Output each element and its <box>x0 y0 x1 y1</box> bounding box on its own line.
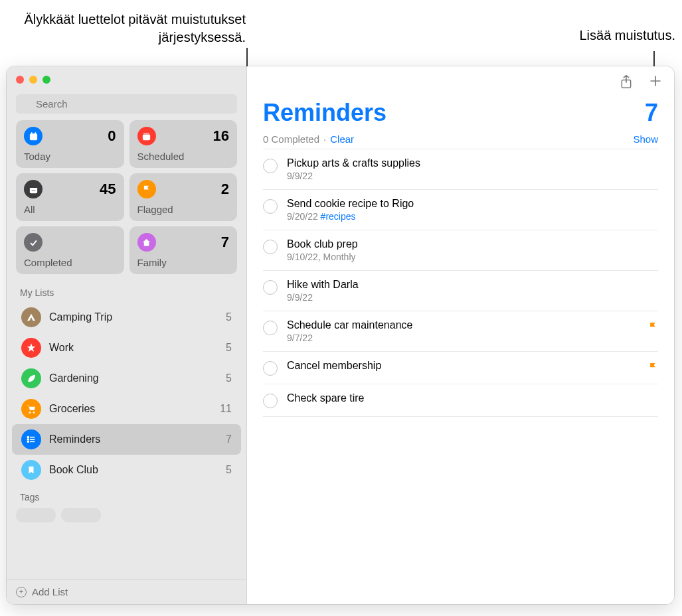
smart-card-flagged[interactable]: 2 Flagged <box>129 173 238 221</box>
list-row-work[interactable]: Work 5 <box>12 333 241 363</box>
reminder-row[interactable]: Schedule car maintenance 9/7/22 <box>263 311 658 352</box>
reminder-subtitle: 9/7/22 <box>287 333 643 343</box>
smart-card-today[interactable]: 0 Today <box>16 120 124 168</box>
list-count: 7 <box>226 433 232 445</box>
reminder-title: Pickup arts & crafts supplies <box>287 157 658 169</box>
list-row-gardening[interactable]: Gardening 5 <box>12 363 241 394</box>
add-reminder-button[interactable] <box>649 74 662 92</box>
reminder-title: Schedule car maintenance <box>287 319 643 331</box>
reminder-checkbox[interactable] <box>263 240 278 254</box>
reminder-checkbox[interactable] <box>263 199 278 214</box>
reminder-row[interactable]: Hike with Darla 9/9/22 <box>263 271 658 311</box>
search-input[interactable] <box>16 94 237 114</box>
star-icon <box>21 338 41 358</box>
toolbar <box>247 66 674 95</box>
reminder-checkbox[interactable] <box>263 361 278 376</box>
flag-icon <box>648 362 658 374</box>
list-count: 11 <box>220 403 232 415</box>
smart-count: 0 <box>108 127 116 145</box>
leaf-icon <box>21 368 41 388</box>
plus-icon: + <box>16 587 27 597</box>
flag-icon <box>137 180 156 198</box>
house-icon <box>137 233 156 252</box>
smart-label: Completed <box>24 257 116 268</box>
show-button[interactable]: Show <box>633 133 658 145</box>
reminder-row[interactable]: Book club prep 9/10/22, Monthly <box>263 230 658 271</box>
list-name: Camping Trip <box>49 311 226 323</box>
bookmark-icon <box>21 460 41 480</box>
check-icon <box>24 233 43 252</box>
reminder-row[interactable]: Send cookie recipe to Rigo 9/20/22 #reci… <box>263 190 658 230</box>
flag-icon <box>648 321 658 334</box>
list-icon <box>21 429 41 449</box>
reminder-title: Book club prep <box>287 238 658 250</box>
main-content: Reminders 7 0 Completed · Clear Show Pic… <box>247 66 674 604</box>
svg-point-8 <box>29 412 31 414</box>
completed-count: 0 Completed <box>263 133 319 145</box>
reminder-checkbox[interactable] <box>263 394 278 408</box>
smart-count: 2 <box>221 181 229 198</box>
svg-point-9 <box>33 412 35 414</box>
add-list-button[interactable]: + Add List <box>7 579 246 604</box>
calendar-icon <box>24 127 43 145</box>
close-button[interactable] <box>16 76 24 84</box>
cart-icon <box>21 399 41 419</box>
list-count: 5 <box>226 372 232 384</box>
list-name: Work <box>49 342 226 354</box>
svg-point-13 <box>27 437 29 438</box>
list-name: Reminders <box>49 433 226 445</box>
smart-label: Scheduled <box>137 151 230 162</box>
list-row-camping-trip[interactable]: Camping Trip 5 <box>12 302 241 333</box>
list-row-reminders[interactable]: Reminders 7 <box>12 424 241 455</box>
reminder-row[interactable]: Check spare tire <box>263 384 658 417</box>
section-my-lists: My Lists <box>7 281 246 302</box>
list-row-groceries[interactable]: Groceries 11 <box>12 394 241 424</box>
smart-card-completed[interactable]: Completed <box>16 226 124 274</box>
reminder-title: Check spare tire <box>287 392 658 404</box>
svg-point-15 <box>27 441 29 442</box>
list-count: 7 <box>645 99 658 127</box>
smart-label: Family <box>137 257 230 268</box>
reminder-title: Send cookie recipe to Rigo <box>287 198 658 210</box>
calendar-stack-icon <box>137 127 156 145</box>
reminder-subtitle: 9/9/22 <box>287 292 658 303</box>
reminders-window: 0 Today 16 Scheduled 45 All 2 Flagged Co… <box>7 66 674 604</box>
my-lists: Camping Trip 5 Work 5 Gardening 5 Grocer… <box>7 302 246 485</box>
tag-pill[interactable] <box>16 508 56 522</box>
reminder-subtitle: 9/10/22, Monthly <box>287 252 658 262</box>
smart-card-scheduled[interactable]: 16 Scheduled <box>129 120 238 168</box>
reminder-title: Hike with Darla <box>287 279 658 291</box>
callout-smart-lists: Älykkäät luettelot pitävät muistutukset … <box>0 11 246 46</box>
reminder-row[interactable]: Cancel membership <box>263 352 658 384</box>
callout-add-reminder: Lisää muistutus. <box>579 28 675 43</box>
smart-label: Today <box>24 151 116 162</box>
share-button[interactable] <box>620 74 633 92</box>
sidebar: 0 Today 16 Scheduled 45 All 2 Flagged Co… <box>7 66 247 604</box>
reminder-title: Cancel membership <box>287 360 643 372</box>
reminder-checkbox[interactable] <box>263 321 278 335</box>
reminders-list: Pickup arts & crafts supplies 9/9/22 Sen… <box>247 149 674 417</box>
tag-pill[interactable] <box>61 508 101 522</box>
list-row-book-club[interactable]: Book Club 5 <box>12 455 241 485</box>
minimize-button[interactable] <box>29 76 37 84</box>
reminder-checkbox[interactable] <box>263 280 278 295</box>
svg-rect-6 <box>143 132 149 133</box>
reminder-subtitle: 9/20/22 #recipes <box>287 211 658 222</box>
section-tags: Tags <box>7 485 246 506</box>
smart-count: 7 <box>221 234 229 251</box>
smart-card-family[interactable]: 7 Family <box>129 226 238 274</box>
list-name: Groceries <box>49 403 220 415</box>
window-controls <box>7 66 246 90</box>
fullscreen-button[interactable] <box>43 76 50 84</box>
clear-button[interactable]: Clear <box>330 133 354 145</box>
reminder-checkbox[interactable] <box>263 159 278 173</box>
svg-rect-4 <box>35 132 36 134</box>
list-name: Gardening <box>49 372 226 384</box>
reminder-row[interactable]: Pickup arts & crafts supplies 9/9/22 <box>263 149 658 190</box>
svg-rect-3 <box>31 132 32 134</box>
reminder-tag[interactable]: #recipes <box>321 211 356 222</box>
svg-point-14 <box>27 439 29 440</box>
list-count: 5 <box>226 311 232 323</box>
list-count: 5 <box>226 342 232 354</box>
smart-card-all[interactable]: 45 All <box>16 173 124 221</box>
